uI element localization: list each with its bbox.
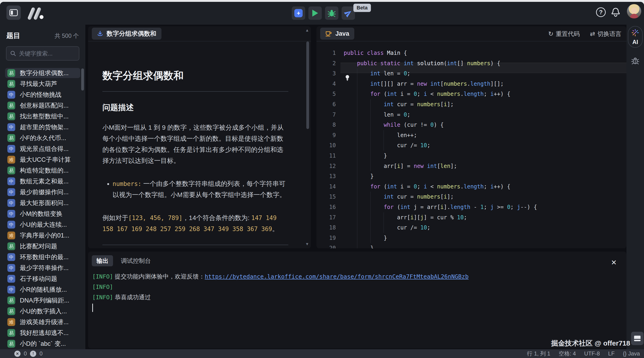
- problem-list-item[interactable]: 中数组元素之和最...: [5, 176, 80, 186]
- line-number: 8: [316, 120, 336, 130]
- problem-list-item[interactable]: 易小U的数字插入...: [5, 306, 80, 316]
- tab-debug-console[interactable]: 调试控制台: [121, 257, 151, 265]
- statusbar-item[interactable]: 空格: 4: [559, 350, 576, 357]
- code-line[interactable]: arr[i][j] = cur % 10;: [344, 212, 626, 223]
- problem-list-item[interactable]: 难字典序最小的01...: [5, 230, 80, 240]
- problem-tab[interactable]: 数字分组求偶数和: [92, 28, 162, 40]
- code-line[interactable]: public static int solution(int[] numbers…: [344, 58, 626, 69]
- problem-list-item[interactable]: 易构造特定数组的...: [5, 166, 80, 176]
- line-number: 2: [316, 58, 336, 69]
- marscode-logo: [27, 6, 45, 21]
- code-line[interactable]: len++;: [344, 130, 626, 141]
- problem-label: 小U的数字插入...: [20, 307, 67, 315]
- difficulty-badge: 易: [8, 340, 15, 348]
- sidebar-scrollbar-thumb[interactable]: [81, 68, 84, 91]
- problem-list-item[interactable]: 易比赛配对问题: [5, 241, 80, 251]
- code-line[interactable]: len = 0;: [344, 110, 626, 120]
- code-line[interactable]: }: [344, 243, 626, 248]
- problem-list-item[interactable]: 难最大UCC子串计算: [5, 155, 80, 165]
- line-number: 20: [316, 243, 336, 248]
- difficulty-badge: 易: [8, 69, 15, 77]
- problem-list-item[interactable]: 易我好想逃却逃不...: [5, 328, 80, 338]
- add-test-button[interactable]: +: [292, 6, 305, 20]
- line-number: 15: [316, 192, 336, 202]
- problem-label: 小D的 `abc` 变...: [20, 340, 66, 348]
- panel-bottom-icon: [634, 336, 640, 341]
- code-line[interactable]: }: [344, 151, 626, 161]
- code-line[interactable]: int[][] arr = new int[numbers.length][];: [344, 79, 626, 89]
- code-line[interactable]: for (int j = arr[i].length - 1; j >= 0; …: [344, 202, 626, 212]
- language-tab[interactable]: Java: [320, 28, 354, 40]
- problem-label: 数组元素之和最...: [20, 177, 69, 185]
- feedback-link[interactable]: https://bytedance.larkoffice.com/share/b…: [205, 273, 469, 280]
- difficulty-badge: 中: [8, 178, 15, 185]
- scroll-down-arrow[interactable]: ▼: [305, 242, 309, 246]
- debug-rail-button[interactable]: [631, 56, 640, 66]
- close-output-button[interactable]: ✕: [611, 258, 617, 267]
- code-line[interactable]: int len = 0;: [344, 68, 626, 79]
- user-avatar[interactable]: [627, 4, 641, 18]
- example-paragraph: 例如对于[123, 456, 789]，14个符合条件的数为: 147 149 …: [102, 212, 288, 234]
- problem-list-item[interactable]: 易小F的永久代币...: [5, 133, 80, 143]
- help-button[interactable]: ?: [596, 7, 606, 17]
- statusbar-item[interactable]: UTF-8: [584, 351, 600, 357]
- divider: [88, 41, 311, 41]
- statusbar-item[interactable]: LF: [608, 351, 615, 357]
- code-line[interactable]: int cur = numbers[i];: [344, 99, 626, 110]
- editor-code-lines[interactable]: public class Main {public static int sol…: [344, 41, 626, 248]
- code-line[interactable]: for (int i = 0; i < numbers.length; i++)…: [344, 89, 626, 99]
- submit-button[interactable]: [342, 6, 355, 20]
- problem-list-item[interactable]: 中最少字符串操作...: [5, 263, 80, 273]
- notifications-button[interactable]: [611, 6, 620, 18]
- description-scrollbar-thumb[interactable]: [306, 41, 309, 129]
- sidebar-toggle-button[interactable]: [6, 5, 21, 20]
- problem-label: 寻找最大葫芦: [20, 80, 57, 88]
- code-line[interactable]: arr[i] = new int[len];: [344, 161, 626, 172]
- problem-list-item[interactable]: 中超市里的货物架...: [5, 122, 80, 132]
- problem-list-item[interactable]: 中小R的随机播放...: [5, 285, 80, 295]
- warnings-icon[interactable]: !: [30, 351, 36, 357]
- problem-list-item[interactable]: 易小D的 `abc` 变...: [5, 339, 80, 349]
- problem-list-item[interactable]: 易找出整型数组中...: [5, 111, 80, 121]
- scroll-up-arrow[interactable]: ▲: [305, 28, 309, 33]
- code-line[interactable]: cur /= 10;: [344, 222, 626, 233]
- problem-list-item[interactable]: 易数字分组求偶数...: [5, 68, 80, 78]
- problem-list-item[interactable]: 中小U的最大连续...: [5, 219, 80, 230]
- run-button[interactable]: [308, 6, 322, 20]
- code-line[interactable]: int cur = numbers[i];: [344, 192, 626, 202]
- code-line[interactable]: }: [344, 233, 626, 243]
- line-number: 4: [316, 79, 336, 89]
- problem-list-item[interactable]: 中小E的怪物挑战: [5, 90, 80, 100]
- errors-icon[interactable]: ✕: [14, 351, 20, 357]
- problem-list-item[interactable]: 中最少前缀操作问...: [5, 187, 80, 197]
- problem-list-item[interactable]: 中石子移动问题: [5, 274, 80, 284]
- statusbar-item[interactable]: {} Java: [623, 351, 640, 357]
- tab-output[interactable]: 输出: [92, 255, 113, 266]
- lightbulb-icon[interactable]: [344, 75, 350, 82]
- problem-list-item[interactable]: 中最大矩形面积问...: [5, 198, 80, 208]
- toggle-bottom-panel-button[interactable]: [631, 332, 644, 345]
- code-line[interactable]: for (int i = 0; i < numbers.length; i++)…: [344, 181, 626, 192]
- problem-list-item[interactable]: 中观光景点组合得...: [5, 144, 80, 154]
- code-line[interactable]: while (cur != 0) {: [344, 120, 626, 130]
- problem-list-item[interactable]: 易DNA序列编辑距...: [5, 295, 80, 306]
- code-line[interactable]: }: [344, 171, 626, 181]
- ai-assistant-button[interactable]: AI: [628, 26, 642, 48]
- debug-button[interactable]: [325, 6, 338, 20]
- problem-list-item[interactable]: 易寻找最大葫芦: [5, 79, 80, 89]
- problem-list-item[interactable]: 中小M的数组变换: [5, 209, 80, 219]
- right-rail: AI: [626, 25, 644, 349]
- difficulty-badge: 中: [8, 210, 15, 218]
- code-line[interactable]: public class Main {: [344, 48, 626, 58]
- search-input[interactable]: [19, 50, 72, 57]
- line-number: 11: [316, 151, 336, 161]
- problem-list-item[interactable]: 难游戏英雄升级潜...: [5, 317, 80, 327]
- switch-language-button[interactable]: ⇄ 切换语言: [590, 30, 622, 38]
- problem-list-item[interactable]: 中环形数组中的最...: [5, 252, 80, 262]
- reset-code-button[interactable]: ↻ 重置代码: [548, 30, 580, 38]
- parameter-name: numbers:: [112, 180, 142, 187]
- code-line[interactable]: cur /= 10;: [344, 140, 626, 151]
- statusbar-item[interactable]: 行 1, 列 1: [527, 350, 550, 357]
- download-arrow-icon: [97, 30, 103, 37]
- problem-list-item[interactable]: 易创意标题匹配问...: [5, 100, 80, 111]
